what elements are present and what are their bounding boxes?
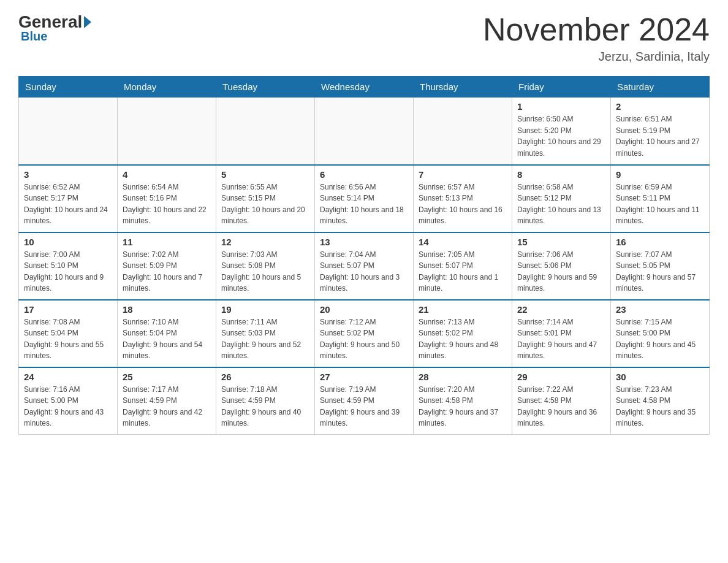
header-wednesday: Wednesday <box>315 77 414 98</box>
header-monday: Monday <box>118 77 216 98</box>
table-row: 26Sunrise: 7:18 AMSunset: 4:59 PMDayligh… <box>216 367 315 435</box>
day-info: Sunrise: 7:08 AMSunset: 5:04 PMDaylight:… <box>24 316 112 362</box>
table-row: 18Sunrise: 7:10 AMSunset: 5:04 PMDayligh… <box>118 300 216 367</box>
table-row: 22Sunrise: 7:14 AMSunset: 5:01 PMDayligh… <box>512 300 611 367</box>
logo-arrow-icon <box>84 16 91 28</box>
day-number: 10 <box>24 237 112 247</box>
location-subtitle: Jerzu, Sardinia, Italy <box>483 50 710 64</box>
day-number: 9 <box>616 169 704 180</box>
day-info: Sunrise: 6:58 AMSunset: 5:12 PMDaylight:… <box>517 182 605 227</box>
day-number: 19 <box>221 304 309 315</box>
day-number: 3 <box>24 169 112 180</box>
header-saturday: Saturday <box>611 77 710 98</box>
day-number: 28 <box>419 372 507 382</box>
table-row: 6Sunrise: 6:56 AMSunset: 5:14 PMDaylight… <box>315 165 414 232</box>
table-row: 5Sunrise: 6:55 AMSunset: 5:15 PMDaylight… <box>216 165 315 232</box>
day-number: 7 <box>419 169 507 180</box>
day-number: 29 <box>517 372 605 382</box>
table-row: 25Sunrise: 7:17 AMSunset: 4:59 PMDayligh… <box>118 367 216 435</box>
calendar-week-4: 17Sunrise: 7:08 AMSunset: 5:04 PMDayligh… <box>19 300 710 367</box>
table-row: 19Sunrise: 7:11 AMSunset: 5:03 PMDayligh… <box>216 300 315 367</box>
day-info: Sunrise: 7:14 AMSunset: 5:01 PMDaylight:… <box>517 316 605 362</box>
day-info: Sunrise: 7:00 AMSunset: 5:10 PMDaylight:… <box>24 249 112 294</box>
day-number: 14 <box>419 237 507 247</box>
page-title: November 2024 <box>483 12 710 47</box>
day-info: Sunrise: 7:22 AMSunset: 4:58 PMDaylight:… <box>517 384 605 429</box>
table-row: 23Sunrise: 7:15 AMSunset: 5:00 PMDayligh… <box>611 300 710 367</box>
day-number: 21 <box>419 304 507 315</box>
day-info: Sunrise: 6:51 AMSunset: 5:19 PMDaylight:… <box>616 113 704 159</box>
day-info: Sunrise: 7:10 AMSunset: 5:04 PMDaylight:… <box>123 316 211 362</box>
table-row: 1Sunrise: 6:50 AMSunset: 5:20 PMDaylight… <box>512 98 611 165</box>
day-info: Sunrise: 7:12 AMSunset: 5:02 PMDaylight:… <box>320 316 408 362</box>
day-info: Sunrise: 7:19 AMSunset: 4:59 PMDaylight:… <box>320 384 408 429</box>
day-info: Sunrise: 7:02 AMSunset: 5:09 PMDaylight:… <box>123 249 211 294</box>
table-row: 10Sunrise: 7:00 AMSunset: 5:10 PMDayligh… <box>19 232 118 300</box>
day-number: 20 <box>320 304 408 315</box>
header-tuesday: Tuesday <box>216 77 315 98</box>
table-row: 16Sunrise: 7:07 AMSunset: 5:05 PMDayligh… <box>611 232 710 300</box>
day-number: 6 <box>320 169 408 180</box>
day-info: Sunrise: 6:54 AMSunset: 5:16 PMDaylight:… <box>123 182 211 227</box>
day-number: 24 <box>24 372 112 382</box>
calendar-week-1: 1Sunrise: 6:50 AMSunset: 5:20 PMDaylight… <box>19 98 710 165</box>
table-row: 29Sunrise: 7:22 AMSunset: 4:58 PMDayligh… <box>512 367 611 435</box>
day-number: 18 <box>123 304 211 315</box>
day-info: Sunrise: 6:59 AMSunset: 5:11 PMDaylight:… <box>616 182 704 227</box>
day-number: 25 <box>123 372 211 382</box>
table-row: 8Sunrise: 6:58 AMSunset: 5:12 PMDaylight… <box>512 165 611 232</box>
day-info: Sunrise: 6:55 AMSunset: 5:15 PMDaylight:… <box>221 182 309 227</box>
day-info: Sunrise: 7:16 AMSunset: 5:00 PMDaylight:… <box>24 384 112 429</box>
day-number: 13 <box>320 237 408 247</box>
day-number: 11 <box>123 237 211 247</box>
table-row <box>414 98 512 165</box>
calendar-week-2: 3Sunrise: 6:52 AMSunset: 5:17 PMDaylight… <box>19 165 710 232</box>
table-row: 17Sunrise: 7:08 AMSunset: 5:04 PMDayligh… <box>19 300 118 367</box>
day-info: Sunrise: 7:15 AMSunset: 5:00 PMDaylight:… <box>616 316 704 362</box>
header-thursday: Thursday <box>414 77 512 98</box>
calendar-week-3: 10Sunrise: 7:00 AMSunset: 5:10 PMDayligh… <box>19 232 710 300</box>
day-number: 26 <box>221 372 309 382</box>
header-friday: Friday <box>512 77 611 98</box>
table-row: 2Sunrise: 6:51 AMSunset: 5:19 PMDaylight… <box>611 98 710 165</box>
table-row: 4Sunrise: 6:54 AMSunset: 5:16 PMDaylight… <box>118 165 216 232</box>
header: General Blue November 2024 Jerzu, Sardin… <box>18 12 710 64</box>
day-number: 12 <box>221 237 309 247</box>
table-row <box>19 98 118 165</box>
day-number: 2 <box>616 101 704 112</box>
logo: General Blue <box>18 12 93 44</box>
day-number: 22 <box>517 304 605 315</box>
table-row: 11Sunrise: 7:02 AMSunset: 5:09 PMDayligh… <box>118 232 216 300</box>
table-row <box>118 98 216 165</box>
logo-blue: Blue <box>18 29 47 44</box>
day-info: Sunrise: 7:03 AMSunset: 5:08 PMDaylight:… <box>221 249 309 294</box>
title-area: November 2024 Jerzu, Sardinia, Italy <box>483 12 710 64</box>
calendar-header-row: Sunday Monday Tuesday Wednesday Thursday… <box>19 77 710 98</box>
day-number: 16 <box>616 237 704 247</box>
day-number: 23 <box>616 304 704 315</box>
day-number: 5 <box>221 169 309 180</box>
table-row: 21Sunrise: 7:13 AMSunset: 5:02 PMDayligh… <box>414 300 512 367</box>
day-info: Sunrise: 7:17 AMSunset: 4:59 PMDaylight:… <box>123 384 211 429</box>
table-row: 14Sunrise: 7:05 AMSunset: 5:07 PMDayligh… <box>414 232 512 300</box>
table-row: 7Sunrise: 6:57 AMSunset: 5:13 PMDaylight… <box>414 165 512 232</box>
table-row: 28Sunrise: 7:20 AMSunset: 4:58 PMDayligh… <box>414 367 512 435</box>
header-sunday: Sunday <box>19 77 118 98</box>
day-number: 30 <box>616 372 704 382</box>
day-info: Sunrise: 6:56 AMSunset: 5:14 PMDaylight:… <box>320 182 408 227</box>
day-info: Sunrise: 7:04 AMSunset: 5:07 PMDaylight:… <box>320 249 408 294</box>
day-info: Sunrise: 7:18 AMSunset: 4:59 PMDaylight:… <box>221 384 309 429</box>
table-row: 3Sunrise: 6:52 AMSunset: 5:17 PMDaylight… <box>19 165 118 232</box>
day-info: Sunrise: 7:05 AMSunset: 5:07 PMDaylight:… <box>419 249 507 294</box>
day-info: Sunrise: 7:20 AMSunset: 4:58 PMDaylight:… <box>419 384 507 429</box>
table-row: 13Sunrise: 7:04 AMSunset: 5:07 PMDayligh… <box>315 232 414 300</box>
day-info: Sunrise: 6:57 AMSunset: 5:13 PMDaylight:… <box>419 182 507 227</box>
table-row: 15Sunrise: 7:06 AMSunset: 5:06 PMDayligh… <box>512 232 611 300</box>
calendar-week-5: 24Sunrise: 7:16 AMSunset: 5:00 PMDayligh… <box>19 367 710 435</box>
table-row: 27Sunrise: 7:19 AMSunset: 4:59 PMDayligh… <box>315 367 414 435</box>
day-info: Sunrise: 7:11 AMSunset: 5:03 PMDaylight:… <box>221 316 309 362</box>
table-row <box>315 98 414 165</box>
table-row <box>216 98 315 165</box>
day-number: 17 <box>24 304 112 315</box>
day-info: Sunrise: 7:23 AMSunset: 4:58 PMDaylight:… <box>616 384 704 429</box>
